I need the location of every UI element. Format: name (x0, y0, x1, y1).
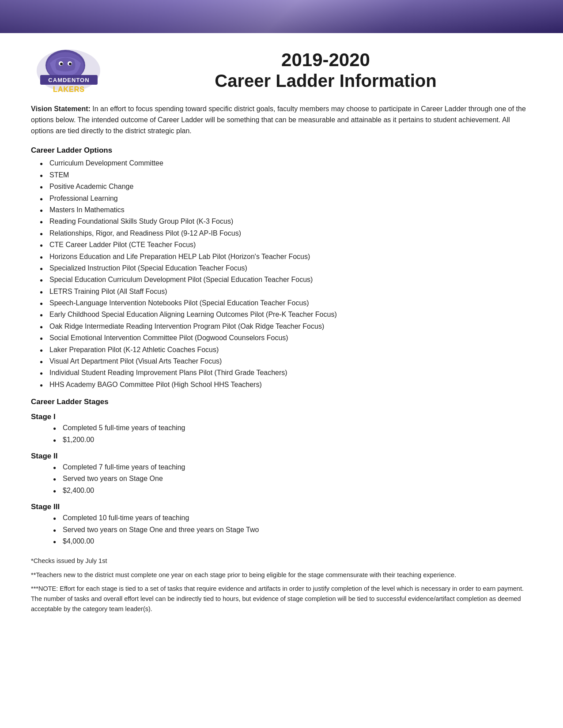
camdenton-logo: CAMDENTON LAKERS (32, 48, 105, 94)
footnote-line: *Checks issued by July 1st (31, 556, 532, 566)
title-area: 2019-2020 Career Ladder Information (119, 50, 532, 91)
list-item: STEM (40, 169, 532, 181)
list-item: Laker Preparation Pilot (K-12 Athletic C… (40, 344, 532, 356)
list-item: Masters In Mathematics (40, 204, 532, 216)
stage2-list: Completed 7 full-time years of teachingS… (31, 462, 532, 496)
list-item: Special Education Curriculum Development… (40, 274, 532, 285)
list-item: LETRS Training Pilot (All Staff Focus) (40, 286, 532, 297)
list-item: Individual Student Reading Improvement P… (40, 367, 532, 379)
page: CAMDENTON LAKERS 2019-2020 Career Ladder… (0, 0, 563, 728)
footnotes-section: *Checks issued by July 1st**Teachers new… (31, 556, 532, 614)
list-item: Speech-Language Intervention Notebooks P… (40, 297, 532, 309)
footnote-line: **Teachers new to the district must comp… (31, 570, 532, 580)
options-heading: Career Ladder Options (31, 146, 532, 155)
career-ladder-options-section: Career Ladder Options Curriculum Develop… (31, 146, 532, 390)
list-item: Oak Ridge Intermediate Reading Intervent… (40, 321, 532, 332)
list-item: Served two years on Stage One (53, 473, 532, 484)
stages-section: Career Ladder Stages Stage I Completed 5… (31, 398, 532, 547)
header-section: CAMDENTON LAKERS 2019-2020 Career Ladder… (31, 46, 532, 95)
list-item: HHS Academy BAGO Committee Pilot (High S… (40, 379, 532, 390)
banner (0, 0, 563, 33)
list-item: $2,400.00 (53, 485, 532, 496)
list-item: Early Childhood Special Education Aligni… (40, 309, 532, 320)
svg-text:LAKERS: LAKERS (53, 86, 85, 93)
list-item: Completed 7 full-time years of teaching (53, 462, 532, 473)
list-item: Visual Art Department Pilot (Visual Arts… (40, 356, 532, 367)
svg-point-5 (60, 63, 63, 65)
list-item: CTE Career Ladder Pilot (CTE Teacher Foc… (40, 239, 532, 251)
list-item: Curriculum Development Committee (40, 158, 532, 169)
stages-heading: Career Ladder Stages (31, 398, 532, 406)
stage3-title: Stage III (31, 503, 532, 511)
vision-text: In an effort to focus spending toward sp… (31, 105, 526, 135)
list-item: $4,000.00 (53, 536, 532, 547)
document-year: 2019-2020 (119, 50, 532, 70)
vision-statement: Vision Statement: In an effort to focus … (31, 104, 532, 136)
list-item: Positive Academic Change (40, 181, 532, 192)
svg-text:CAMDENTON: CAMDENTON (48, 77, 89, 83)
vision-label: Vision Statement: (31, 105, 91, 113)
footnote-line: ***NOTE: Effort for each stage is tied t… (31, 584, 532, 615)
list-item: Completed 10 full-time years of teaching (53, 512, 532, 524)
list-item: Specialized Instruction Pilot (Special E… (40, 263, 532, 274)
list-item: $1,200.00 (53, 434, 532, 446)
list-item: Completed 5 full-time years of teaching (53, 422, 532, 434)
svg-point-6 (69, 63, 72, 65)
list-item: Social Emotional Intervention Committee … (40, 332, 532, 344)
stage1-list: Completed 5 full-time years of teaching$… (31, 422, 532, 446)
list-item: Relationships, Rigor, and Readiness Pilo… (40, 228, 532, 239)
stage2-title: Stage II (31, 452, 532, 461)
options-list: Curriculum Development CommitteeSTEMPosi… (31, 158, 532, 390)
logo-area: CAMDENTON LAKERS (31, 46, 106, 95)
list-item: Professional Learning (40, 193, 532, 204)
list-item: Horizons Education and Life Preparation … (40, 251, 532, 263)
list-item: Reading Foundational Skills Study Group … (40, 216, 532, 227)
content-area: CAMDENTON LAKERS 2019-2020 Career Ladder… (0, 33, 563, 635)
document-title: Career Ladder Information (119, 70, 532, 91)
stage1-title: Stage I (31, 413, 532, 421)
stage3-list: Completed 10 full-time years of teaching… (31, 512, 532, 547)
list-item: Served two years on Stage One and three … (53, 524, 532, 536)
